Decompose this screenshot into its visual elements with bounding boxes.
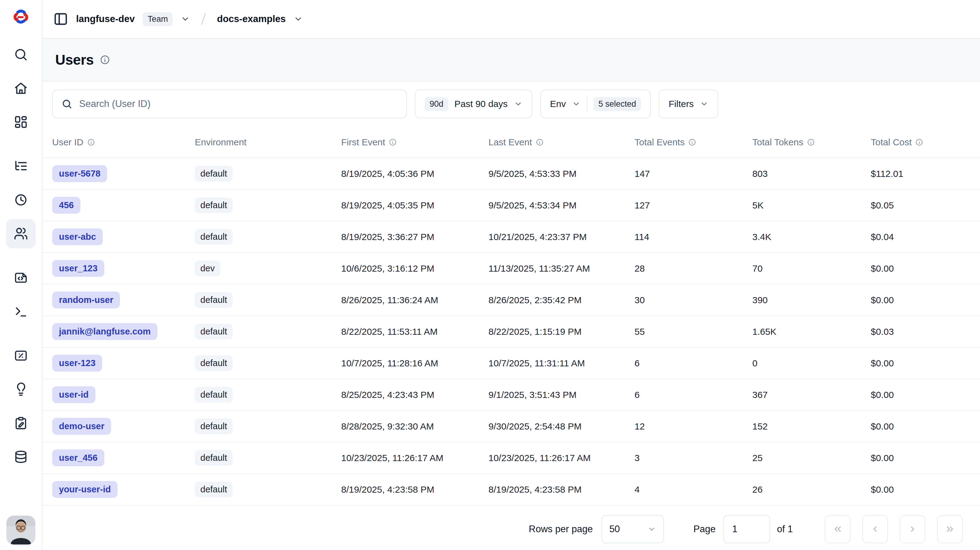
rows-per-page-select[interactable]: 50 <box>601 515 664 543</box>
sidebar-item-sessions[interactable] <box>6 185 36 215</box>
sidebar-item-datasets[interactable] <box>6 442 36 472</box>
environment-badge: dev <box>195 261 220 276</box>
user-id-badge[interactable]: user-5678 <box>52 165 107 182</box>
chevron-down-icon[interactable] <box>181 14 190 24</box>
user-id-badge[interactable]: user-123 <box>52 355 102 372</box>
table-row[interactable]: user-abcdefault8/19/2025, 3:36:27 PM10/2… <box>42 221 980 253</box>
table-row[interactable]: your-user-iddefault8/19/2025, 4:23:58 PM… <box>42 474 980 506</box>
cell-last_event: 8/26/2025, 2:35:42 PM <box>488 295 635 305</box>
column-header-total_cost[interactable]: Total Cost <box>871 137 980 147</box>
cell-first_event: 10/7/2025, 11:28:16 AM <box>341 358 488 369</box>
info-icon[interactable] <box>100 55 110 65</box>
user-id-badge[interactable]: user-abc <box>52 228 103 245</box>
sidebar-item-search[interactable] <box>6 40 36 69</box>
cell-first_event: 8/19/2025, 3:36:27 PM <box>341 232 488 242</box>
cell-environment: default <box>195 355 341 371</box>
chevron-down-icon <box>648 525 656 533</box>
table-row[interactable]: user_123dev10/6/2025, 3:16:12 PM11/13/20… <box>42 253 980 285</box>
cell-last_event: 9/1/2025, 3:51:43 PM <box>488 390 635 400</box>
sidebar-item-insights[interactable] <box>6 375 36 404</box>
table-row[interactable]: user-123default10/7/2025, 11:28:16 AM10/… <box>42 348 980 379</box>
cell-first_event: 8/19/2025, 4:05:35 PM <box>341 200 488 211</box>
search-icon <box>14 48 28 62</box>
sidebar-item-tracing[interactable] <box>6 151 36 181</box>
user-id-badge[interactable]: user_123 <box>52 260 104 277</box>
next-page-button[interactable] <box>900 515 925 543</box>
column-header-last_event[interactable]: Last Event <box>488 137 635 147</box>
breadcrumb-project[interactable]: docs-examples <box>217 13 286 25</box>
page-number-input[interactable] <box>724 515 770 543</box>
previous-page-button[interactable] <box>862 515 888 543</box>
table-row[interactable]: user_456default10/23/2025, 11:26:17 AM10… <box>42 442 980 474</box>
cell-environment: default <box>195 166 341 181</box>
sidebar-toggle-button[interactable] <box>53 12 68 26</box>
info-icon <box>389 138 397 146</box>
user-id-badge[interactable]: 456 <box>52 197 80 214</box>
column-header-label: First Event <box>341 137 385 147</box>
table-row[interactable]: demo-userdefault8/28/2025, 9:32:30 AM9/3… <box>42 411 980 442</box>
cell-total_cost: $0.05 <box>871 200 980 211</box>
breadcrumb-org[interactable]: langfuse-dev <box>76 13 135 25</box>
sidebar-item-dashboards[interactable] <box>6 107 36 137</box>
first-page-button[interactable] <box>825 515 851 543</box>
last-page-button[interactable] <box>937 515 963 543</box>
cell-user_id: user_456 <box>52 449 195 466</box>
table-row[interactable]: 456default8/19/2025, 4:05:35 PM9/5/2025,… <box>42 190 980 221</box>
environment-badge: default <box>195 292 232 308</box>
table-row[interactable]: user-5678default8/19/2025, 4:05:36 PM9/5… <box>42 158 980 190</box>
environment-filter-button[interactable]: Env 5 selected <box>540 90 651 118</box>
cell-environment: default <box>195 387 341 403</box>
layout-dashboard-icon <box>14 115 28 129</box>
search-input[interactable] <box>79 98 398 109</box>
sidebar-item-users[interactable] <box>6 219 36 248</box>
sidebar-item-home[interactable] <box>6 74 36 103</box>
rows-per-page-label: Rows per page <box>529 524 593 535</box>
user-id-badge[interactable]: demo-user <box>52 418 111 435</box>
table-row[interactable]: random-userdefault8/26/2025, 11:36:24 AM… <box>42 285 980 316</box>
cell-first_event: 10/6/2025, 3:16:12 PM <box>341 263 488 274</box>
table-row[interactable]: user-iddefault8/25/2025, 4:23:43 PM9/1/2… <box>42 379 980 411</box>
info-icon <box>915 138 923 146</box>
cell-environment: default <box>195 197 341 213</box>
user-avatar[interactable] <box>6 516 35 544</box>
environment-filter-label: Env <box>550 99 566 109</box>
table-row[interactable]: jannik@langfuse.comdefault8/22/2025, 11:… <box>42 316 980 348</box>
cell-last_event: 9/5/2025, 4:53:33 PM <box>488 169 635 179</box>
user-id-badge[interactable]: random-user <box>52 292 120 308</box>
pagination-controls <box>825 515 963 543</box>
sidebar-item-playground[interactable] <box>6 297 36 326</box>
chevron-down-icon[interactable] <box>294 14 303 24</box>
topbar: langfuse-dev Team docs-examples <box>42 0 980 39</box>
user-id-badge[interactable]: user_456 <box>52 449 104 466</box>
sidebar-item-prompts[interactable] <box>6 263 36 292</box>
user-id-badge[interactable]: your-user-id <box>52 481 118 498</box>
cell-total_tokens: 5K <box>752 200 871 211</box>
date-range-label: Past 90 days <box>454 99 508 109</box>
search-box[interactable] <box>52 90 407 118</box>
info-icon <box>688 138 696 146</box>
date-range-chip: 90d <box>425 97 448 111</box>
sidebar-nav <box>6 40 36 476</box>
cell-user_id: jannik@langfuse.com <box>52 323 195 340</box>
column-header-environment[interactable]: Environment <box>195 137 341 147</box>
user-id-badge[interactable]: user-id <box>52 386 95 403</box>
sidebar-item-annotation[interactable] <box>6 408 36 438</box>
column-header-total_events[interactable]: Total Events <box>635 137 752 147</box>
filters-button[interactable]: Filters <box>659 90 718 118</box>
sidebar-item-evaluation[interactable] <box>6 341 36 370</box>
cell-total_cost: $0.04 <box>871 232 980 242</box>
date-range-button[interactable]: 90d Past 90 days <box>415 90 532 118</box>
cell-first_event: 10/23/2025, 11:26:17 AM <box>341 453 488 463</box>
user-id-badge[interactable]: jannik@langfuse.com <box>52 323 158 340</box>
column-header-total_tokens[interactable]: Total Tokens <box>752 137 871 147</box>
rows-per-page-value: 50 <box>609 524 620 535</box>
table-header-row: User IDEnvironmentFirst EventLast EventT… <box>42 127 980 158</box>
chevron-right-icon <box>907 524 918 534</box>
filter-toolbar: 90d Past 90 days Env 5 selected Filters <box>42 82 980 123</box>
column-header-first_event[interactable]: First Event <box>341 137 488 147</box>
cell-total_tokens: 3.4K <box>752 232 871 242</box>
cell-last_event: 9/5/2025, 4:53:34 PM <box>488 200 635 211</box>
environment-badge: default <box>195 418 232 434</box>
column-header-user_id[interactable]: User ID <box>52 137 195 147</box>
chevrons-right-icon <box>945 524 955 534</box>
